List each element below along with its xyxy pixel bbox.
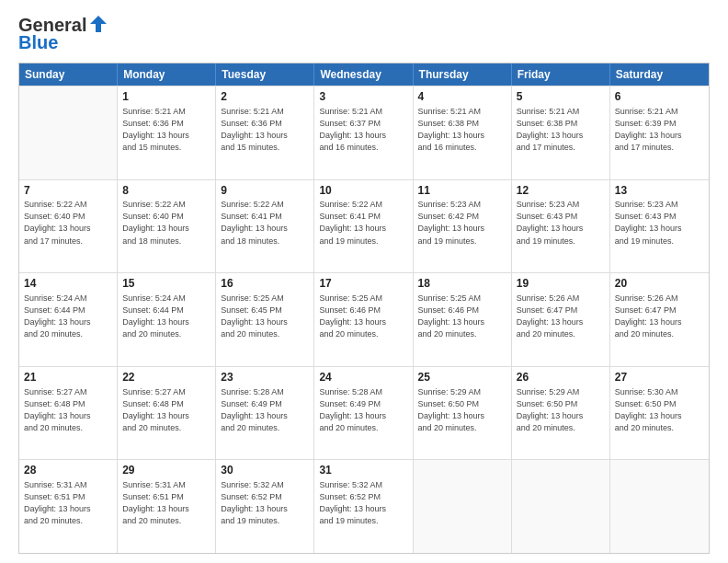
calendar-cell	[414, 460, 512, 553]
day-info: Sunrise: 5:31 AM Sunset: 6:51 PM Dayligh…	[122, 479, 210, 527]
calendar-cell: 2Sunrise: 5:21 AM Sunset: 6:36 PM Daylig…	[216, 86, 314, 179]
day-info: Sunrise: 5:25 AM Sunset: 6:45 PM Dayligh…	[221, 293, 309, 340]
day-number: 31	[319, 463, 407, 478]
day-number: 29	[122, 463, 210, 478]
day-number: 16	[221, 276, 309, 292]
calendar-cell: 15Sunrise: 5:24 AM Sunset: 6:44 PM Dayli…	[118, 273, 216, 366]
day-number: 26	[517, 370, 605, 385]
calendar-cell	[19, 86, 118, 179]
calendar-row-1: 1Sunrise: 5:21 AM Sunset: 6:36 PM Daylig…	[19, 86, 709, 179]
calendar-cell: 24Sunrise: 5:28 AM Sunset: 6:49 PM Dayli…	[314, 367, 413, 460]
calendar-cell: 29Sunrise: 5:31 AM Sunset: 6:51 PM Dayli…	[118, 460, 216, 553]
calendar-cell: 25Sunrise: 5:29 AM Sunset: 6:50 PM Dayli…	[414, 367, 512, 460]
calendar-row-5: 28Sunrise: 5:31 AM Sunset: 6:51 PM Dayli…	[19, 459, 709, 553]
day-info: Sunrise: 5:22 AM Sunset: 6:40 PM Dayligh…	[122, 199, 210, 247]
calendar-body: 1Sunrise: 5:21 AM Sunset: 6:36 PM Daylig…	[19, 86, 709, 553]
day-info: Sunrise: 5:26 AM Sunset: 6:47 PM Dayligh…	[615, 293, 704, 340]
day-info: Sunrise: 5:21 AM Sunset: 6:36 PM Dayligh…	[122, 106, 210, 154]
svg-marker-0	[90, 16, 107, 32]
calendar-cell: 23Sunrise: 5:28 AM Sunset: 6:49 PM Dayli…	[216, 367, 314, 460]
header-day-saturday: Saturday	[610, 63, 709, 86]
logo-icon	[88, 14, 108, 34]
calendar-cell: 12Sunrise: 5:23 AM Sunset: 6:43 PM Dayli…	[512, 180, 610, 273]
day-number: 20	[615, 276, 704, 292]
header: General Blue	[18, 14, 710, 53]
day-number: 30	[221, 463, 309, 478]
day-info: Sunrise: 5:25 AM Sunset: 6:46 PM Dayligh…	[418, 293, 506, 340]
calendar-cell: 8Sunrise: 5:22 AM Sunset: 6:40 PM Daylig…	[118, 180, 216, 273]
calendar-cell: 21Sunrise: 5:27 AM Sunset: 6:48 PM Dayli…	[19, 367, 118, 460]
calendar-cell: 3Sunrise: 5:21 AM Sunset: 6:37 PM Daylig…	[314, 86, 413, 179]
calendar-row-3: 14Sunrise: 5:24 AM Sunset: 6:44 PM Dayli…	[19, 272, 709, 366]
day-info: Sunrise: 5:23 AM Sunset: 6:42 PM Dayligh…	[418, 199, 506, 247]
calendar-cell: 6Sunrise: 5:21 AM Sunset: 6:39 PM Daylig…	[610, 86, 709, 179]
day-info: Sunrise: 5:28 AM Sunset: 6:49 PM Dayligh…	[221, 386, 309, 434]
calendar-cell: 14Sunrise: 5:24 AM Sunset: 6:44 PM Dayli…	[19, 273, 118, 366]
calendar-cell: 18Sunrise: 5:25 AM Sunset: 6:46 PM Dayli…	[414, 273, 512, 366]
logo: General Blue	[18, 14, 108, 53]
calendar-cell: 19Sunrise: 5:26 AM Sunset: 6:47 PM Dayli…	[512, 273, 610, 366]
calendar-row-2: 7Sunrise: 5:22 AM Sunset: 6:40 PM Daylig…	[19, 179, 709, 273]
day-number: 3	[319, 89, 407, 105]
calendar-cell: 7Sunrise: 5:22 AM Sunset: 6:40 PM Daylig…	[19, 180, 118, 273]
day-number: 15	[122, 276, 210, 292]
calendar-cell: 16Sunrise: 5:25 AM Sunset: 6:45 PM Dayli…	[216, 273, 314, 366]
calendar-cell: 17Sunrise: 5:25 AM Sunset: 6:46 PM Dayli…	[314, 273, 413, 366]
day-number: 24	[319, 370, 407, 385]
day-number: 9	[221, 183, 309, 199]
day-number: 5	[517, 89, 605, 105]
day-info: Sunrise: 5:22 AM Sunset: 6:41 PM Dayligh…	[221, 199, 309, 247]
day-info: Sunrise: 5:29 AM Sunset: 6:50 PM Dayligh…	[517, 386, 605, 434]
day-info: Sunrise: 5:21 AM Sunset: 6:38 PM Dayligh…	[517, 106, 605, 154]
day-number: 7	[24, 183, 112, 199]
calendar-header: SundayMondayTuesdayWednesdayThursdayFrid…	[19, 63, 709, 86]
day-info: Sunrise: 5:29 AM Sunset: 6:50 PM Dayligh…	[418, 386, 506, 434]
calendar-cell: 26Sunrise: 5:29 AM Sunset: 6:50 PM Dayli…	[512, 367, 610, 460]
day-info: Sunrise: 5:32 AM Sunset: 6:52 PM Dayligh…	[221, 479, 309, 527]
calendar-cell: 13Sunrise: 5:23 AM Sunset: 6:43 PM Dayli…	[610, 180, 709, 273]
day-number: 13	[615, 183, 704, 199]
day-number: 23	[221, 370, 309, 385]
day-number: 17	[319, 276, 407, 292]
day-info: Sunrise: 5:22 AM Sunset: 6:40 PM Dayligh…	[24, 199, 112, 247]
day-number: 28	[24, 463, 112, 478]
day-number: 21	[24, 370, 112, 385]
calendar-cell: 5Sunrise: 5:21 AM Sunset: 6:38 PM Daylig…	[512, 86, 610, 179]
calendar-cell: 20Sunrise: 5:26 AM Sunset: 6:47 PM Dayli…	[610, 273, 709, 366]
calendar-cell: 10Sunrise: 5:22 AM Sunset: 6:41 PM Dayli…	[314, 180, 413, 273]
day-info: Sunrise: 5:21 AM Sunset: 6:38 PM Dayligh…	[418, 106, 506, 154]
header-day-sunday: Sunday	[19, 63, 118, 86]
header-day-thursday: Thursday	[414, 63, 512, 86]
day-info: Sunrise: 5:30 AM Sunset: 6:50 PM Dayligh…	[615, 386, 704, 434]
day-number: 2	[221, 89, 309, 105]
day-info: Sunrise: 5:22 AM Sunset: 6:41 PM Dayligh…	[319, 199, 407, 247]
day-info: Sunrise: 5:28 AM Sunset: 6:49 PM Dayligh…	[319, 386, 407, 434]
day-number: 10	[319, 183, 407, 199]
day-number: 19	[517, 276, 605, 292]
calendar-row-4: 21Sunrise: 5:27 AM Sunset: 6:48 PM Dayli…	[19, 366, 709, 460]
day-info: Sunrise: 5:23 AM Sunset: 6:43 PM Dayligh…	[517, 199, 605, 247]
calendar-cell: 22Sunrise: 5:27 AM Sunset: 6:48 PM Dayli…	[118, 367, 216, 460]
header-day-wednesday: Wednesday	[314, 63, 413, 86]
day-info: Sunrise: 5:25 AM Sunset: 6:46 PM Dayligh…	[319, 293, 407, 340]
day-number: 4	[418, 89, 506, 105]
day-number: 1	[122, 89, 210, 105]
day-info: Sunrise: 5:32 AM Sunset: 6:52 PM Dayligh…	[319, 479, 407, 527]
calendar-cell	[610, 460, 709, 553]
day-info: Sunrise: 5:27 AM Sunset: 6:48 PM Dayligh…	[122, 386, 210, 434]
calendar-cell	[512, 460, 610, 553]
day-info: Sunrise: 5:27 AM Sunset: 6:48 PM Dayligh…	[24, 386, 112, 434]
calendar-cell: 30Sunrise: 5:32 AM Sunset: 6:52 PM Dayli…	[216, 460, 314, 553]
calendar-cell: 27Sunrise: 5:30 AM Sunset: 6:50 PM Dayli…	[610, 367, 709, 460]
day-info: Sunrise: 5:31 AM Sunset: 6:51 PM Dayligh…	[24, 479, 112, 527]
day-info: Sunrise: 5:23 AM Sunset: 6:43 PM Dayligh…	[615, 199, 704, 247]
day-number: 6	[615, 89, 704, 105]
header-day-monday: Monday	[118, 63, 216, 86]
page: General Blue SundayMondayTuesdayWednesda…	[0, 0, 728, 563]
day-number: 18	[418, 276, 506, 292]
day-info: Sunrise: 5:24 AM Sunset: 6:44 PM Dayligh…	[122, 293, 210, 340]
calendar: SundayMondayTuesdayWednesdayThursdayFrid…	[18, 63, 710, 554]
calendar-cell: 28Sunrise: 5:31 AM Sunset: 6:51 PM Dayli…	[19, 460, 118, 553]
day-number: 27	[615, 370, 704, 385]
logo-blue: Blue	[18, 32, 58, 53]
